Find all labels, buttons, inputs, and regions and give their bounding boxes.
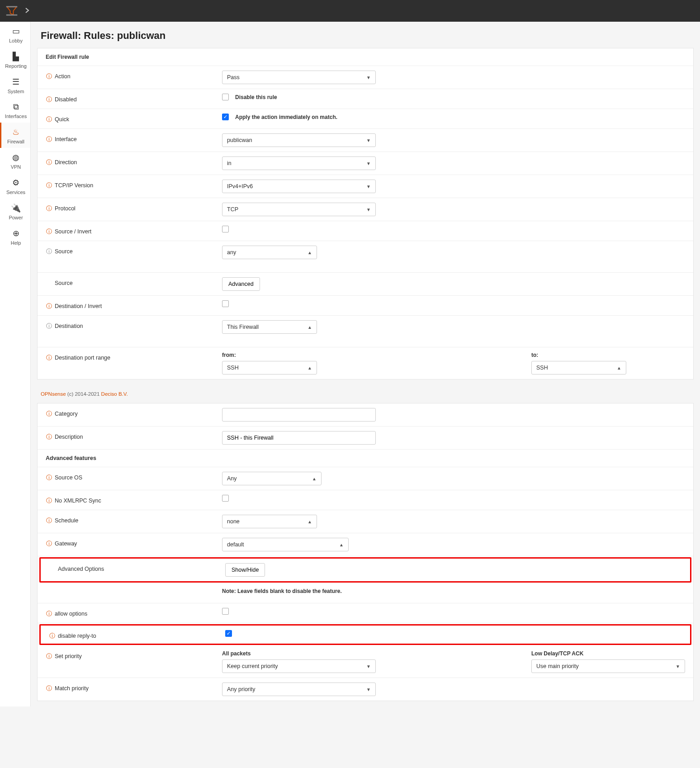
info-icon[interactable]: ⓘ — [46, 540, 52, 547]
info-icon[interactable]: ⓘ — [46, 303, 52, 309]
info-icon[interactable]: ⓘ — [46, 434, 52, 440]
info-icon[interactable]: ⓘ — [46, 228, 52, 235]
field-label: allow options — [55, 611, 87, 617]
checkbox-label: Apply the action immediately on match. — [235, 114, 337, 120]
protocol-select[interactable]: TCP▼ — [222, 203, 376, 216]
page-title: Firewall: Rules: publicwan — [31, 22, 700, 48]
match-priority-select[interactable]: Any priority▼ — [222, 683, 376, 696]
row-allow-options: ⓘallow options — [38, 603, 693, 623]
all-packets-label: All packets — [222, 650, 376, 657]
info-icon[interactable]: ⓘ — [46, 611, 52, 617]
field-label: Interface — [55, 136, 77, 142]
info-icon[interactable]: ⓘ — [49, 633, 55, 639]
disabled-checkbox[interactable] — [222, 94, 229, 100]
row-dst-invert: ⓘDestination / Invert — [38, 296, 693, 316]
row-description: ⓘDescription — [38, 427, 693, 450]
port-to-select[interactable]: SSH▲ — [531, 361, 626, 375]
sidebar-item-vpn[interactable]: ◍VPN — [0, 148, 30, 173]
field-label: Set priority — [55, 653, 82, 659]
sidebar-item-power[interactable]: 🔌Power — [0, 199, 30, 224]
row-gateway: ⓘGateway default▲ — [38, 533, 693, 556]
allow-options-checkbox[interactable] — [222, 608, 229, 615]
info-icon[interactable]: ⓘ — [46, 355, 52, 361]
row-source: ⓘSource any▲ — [38, 241, 693, 273]
row-src-invert: ⓘSource / Invert — [38, 221, 693, 241]
caret-down-icon: ▼ — [366, 138, 371, 143]
category-input[interactable] — [222, 408, 376, 422]
info-icon[interactable]: ⓘ — [46, 205, 52, 212]
help-icon: ⊕ — [13, 228, 19, 238]
show-hide-button[interactable]: Show/Hide — [225, 563, 265, 577]
row-no-xmlrpc: ⓘNo XMLRPC Sync — [38, 490, 693, 510]
gateway-select[interactable]: default▲ — [222, 538, 349, 551]
globe-icon: ◍ — [12, 152, 19, 162]
disable-replyto-checkbox[interactable]: ✓ — [225, 630, 232, 637]
info-icon[interactable]: ⓘ — [46, 96, 52, 103]
sidebar-label: Firewall — [7, 139, 24, 144]
info-icon[interactable]: ⓘ — [46, 685, 52, 692]
src-invert-checkbox[interactable] — [222, 226, 229, 232]
info-icon[interactable]: ⓘ — [46, 159, 52, 166]
info-icon[interactable]: ⓘ — [46, 73, 52, 80]
sidebar-item-services[interactable]: ⚙Services — [0, 173, 30, 199]
ack-label: Low Delay/TCP ACK — [531, 650, 685, 657]
row-source-adv: Source Advanced — [38, 273, 693, 296]
sidebar-item-system[interactable]: ☰System — [0, 72, 30, 98]
schedule-select[interactable]: none▲ — [222, 515, 317, 528]
caret-down-icon: ▼ — [366, 75, 371, 80]
company-link[interactable]: Deciso B.V. — [101, 391, 128, 397]
info-icon[interactable]: ⓘ — [46, 182, 52, 189]
sidebar-label: Interfaces — [5, 114, 27, 119]
ack-select[interactable]: Use main priority▼ — [531, 659, 685, 673]
field-label: Disabled — [55, 96, 77, 103]
source-select[interactable]: any▲ — [222, 246, 317, 259]
info-icon[interactable]: ⓘ — [46, 474, 52, 481]
panel-header: Edit Firewall rule — [38, 48, 693, 66]
quick-checkbox[interactable]: ✓ — [222, 114, 229, 120]
info-icon[interactable]: ⓘ — [46, 136, 52, 142]
description-input[interactable] — [222, 431, 376, 445]
dst-invert-checkbox[interactable] — [222, 300, 229, 307]
destination-select[interactable]: This Firewall▲ — [222, 320, 317, 334]
interface-select[interactable]: publicwan▼ — [222, 133, 376, 147]
advanced-button[interactable]: Advanced — [222, 277, 260, 291]
sidebar-item-reporting[interactable]: ▙Reporting — [0, 47, 30, 72]
brand-link[interactable]: OPNsense — [41, 391, 66, 397]
sidebar-item-firewall[interactable]: ♨Firewall — [0, 123, 30, 148]
direction-select[interactable]: in▼ — [222, 156, 376, 170]
info-icon[interactable]: ⓘ — [46, 498, 52, 504]
field-label: Source — [55, 248, 73, 255]
sidebar-item-help[interactable]: ⊕Help — [0, 224, 30, 249]
caret-up-icon: ▲ — [339, 542, 344, 547]
footer: OPNsense (c) 2014-2021 Deciso B.V. — [31, 385, 700, 403]
all-packets-select[interactable]: Keep current priority▼ — [222, 659, 376, 673]
field-label: Direction — [55, 159, 77, 166]
field-label: No XMLRPC Sync — [55, 498, 101, 504]
row-direction: ⓘDirection in▼ — [38, 152, 693, 175]
info-icon[interactable]: ⓘ — [46, 116, 52, 123]
advanced-features-header: Advanced features — [38, 450, 693, 467]
info-icon[interactable]: ⓘ — [46, 323, 52, 329]
row-set-priority: ⓘSet priority All packets Keep current p… — [38, 646, 693, 678]
info-icon[interactable]: ⓘ — [46, 517, 52, 524]
sidebar-item-lobby[interactable]: ▭Lobby — [0, 22, 30, 47]
caret-up-icon: ▲ — [307, 325, 312, 330]
info-icon[interactable]: ⓘ — [46, 653, 52, 659]
sidebar-item-interfaces[interactable]: ⧉Interfaces — [0, 98, 30, 123]
edit-panel-2: ⓘCategory ⓘDescription Advanced features… — [37, 403, 694, 701]
xmlrpc-checkbox[interactable] — [222, 495, 229, 502]
caret-down-icon: ▼ — [366, 161, 371, 166]
tcpip-select[interactable]: IPv4+IPv6▼ — [222, 180, 376, 193]
action-select[interactable]: Pass▼ — [222, 71, 376, 84]
source-os-select[interactable]: Any▲ — [222, 472, 322, 485]
field-label: Destination / Invert — [55, 303, 102, 309]
field-label: Source — [55, 280, 73, 286]
info-icon[interactable]: ⓘ — [46, 411, 52, 417]
info-icon[interactable]: ⓘ — [46, 248, 52, 255]
laptop-icon: ▭ — [12, 26, 20, 36]
svg-rect-0 — [6, 6, 18, 8]
expand-icon[interactable] — [25, 6, 29, 16]
field-label: Advanced Options — [58, 566, 104, 572]
sidebar-label: VPN — [11, 164, 21, 170]
port-from-select[interactable]: SSH▲ — [222, 361, 317, 375]
